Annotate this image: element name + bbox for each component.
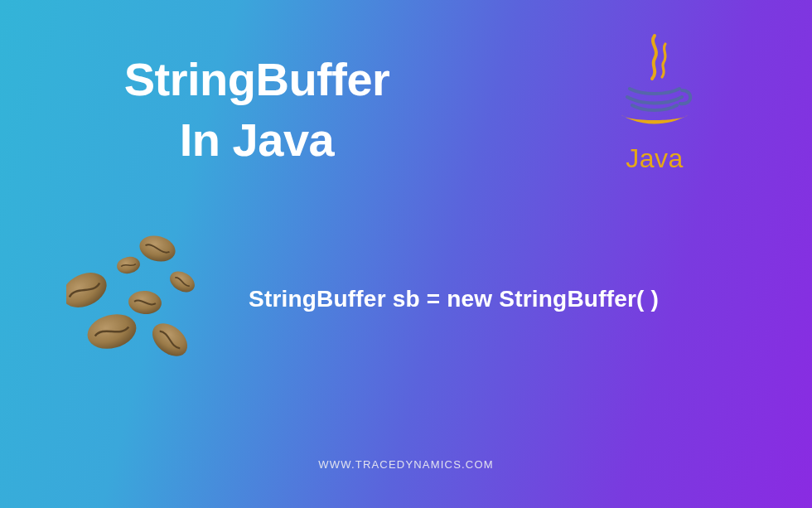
footer-url: WWW.TRACEDYNAMICS.COM: [0, 458, 812, 471]
java-logo: Java: [601, 29, 708, 178]
banner-canvas: StringBuffer In Java Java: [0, 0, 812, 508]
title-line-1: StringBuffer: [124, 53, 390, 105]
coffee-beans-icon: [66, 224, 232, 373]
java-cup-icon: [609, 29, 700, 137]
code-snippet: StringBuffer sb = new StringBuffer( ): [249, 286, 659, 312]
title-line-2: In Java: [180, 114, 334, 166]
page-title: StringBuffer In Java: [83, 50, 431, 171]
java-logo-label: Java: [601, 143, 708, 174]
